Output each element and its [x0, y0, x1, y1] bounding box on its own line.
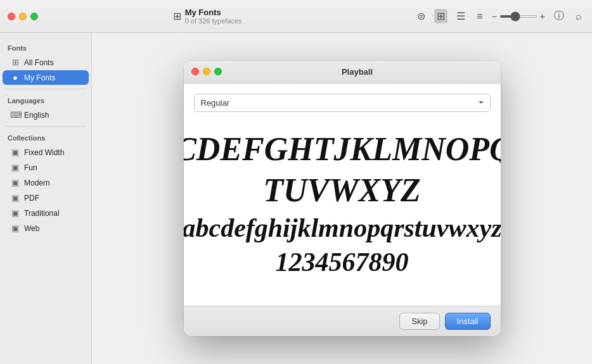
sidebar-item-modern[interactable]: ▣ Modern — [3, 175, 89, 190]
list-view-button[interactable]: ≡ — [474, 9, 485, 23]
font-preview: ABCDEFGHTJKLMNOPQRS TUVWXYZ abcdefghijkl… — [194, 112, 491, 296]
sidebar: Fonts ⊞ All Fonts ● My Fonts Languages ⌨… — [0, 33, 92, 364]
sidebar-item-traditional[interactable]: ▣ Traditional — [3, 206, 89, 220]
filter-button[interactable]: ⊜ — [415, 9, 428, 23]
sidebar-item-web[interactable]: ▣ Web — [3, 221, 89, 235]
traditional-label: Traditional — [24, 209, 60, 218]
modern-label: Modern — [24, 179, 50, 187]
info-button[interactable]: ⓘ — [551, 8, 567, 24]
fun-icon: ▣ — [10, 163, 20, 172]
fixed-width-label: Fixed Width — [24, 148, 64, 157]
modal-minimize-button[interactable] — [203, 68, 210, 75]
sidebar-item-english[interactable]: ⌨ English — [3, 108, 89, 122]
modal-overlay: Playball Regular ABCDEFGHTJKLMNOPQRS TUV… — [92, 33, 592, 364]
english-icon: ⌨ — [10, 110, 20, 120]
web-label: Web — [24, 224, 39, 233]
modal-body: Regular ABCDEFGHTJKLMNOPQRS TUVWXYZ abcd… — [184, 84, 501, 306]
font-install-modal: Playball Regular ABCDEFGHTJKLMNOPQRS TUV… — [184, 61, 501, 337]
traditional-icon: ▣ — [10, 208, 20, 218]
window-subtitle: 0 of 326 typefaces — [185, 17, 242, 25]
collections-section-label: Collections — [0, 130, 91, 144]
fixed-width-icon: ▣ — [10, 147, 20, 157]
modal-footer: Skip Install — [184, 306, 501, 336]
fun-label: Fun — [24, 163, 37, 172]
my-fonts-label: My Fonts — [24, 73, 55, 82]
sidebar-item-fixed-width[interactable]: ▣ Fixed Width — [3, 145, 89, 160]
slider-max-label: + — [540, 11, 545, 22]
modal-traffic-lights — [191, 68, 222, 75]
all-fonts-label: All Fonts — [24, 58, 54, 67]
sidebar-item-fun[interactable]: ▣ Fun — [3, 160, 89, 175]
web-icon: ▣ — [10, 223, 20, 233]
modal-close-button[interactable] — [191, 68, 199, 75]
modal-maximize-button[interactable] — [214, 68, 222, 75]
size-slider[interactable] — [499, 15, 537, 18]
window-title: My Fonts — [185, 8, 242, 17]
all-fonts-icon: ⊞ — [10, 58, 20, 67]
divider-1 — [5, 89, 86, 89]
skip-button[interactable]: Skip — [399, 313, 439, 330]
size-slider-container: − + — [492, 11, 545, 22]
pdf-icon: ▣ — [10, 193, 20, 203]
style-dropdown[interactable]: Regular — [194, 94, 491, 112]
preview-line-4: 1234567890 — [276, 248, 409, 277]
preview-line-3: abcdefghijklmnopqrstuvwxyz — [184, 213, 501, 242]
grid-view-button[interactable]: ⊞ — [434, 9, 447, 23]
fonts-section-label: Fonts — [0, 41, 91, 54]
modern-icon: ▣ — [10, 178, 20, 187]
titlebar-center: ⊞ My Fonts 0 of 326 typefaces — [5, 8, 409, 25]
my-fonts-icon: ● — [10, 73, 20, 82]
preview-line-2: TUVWXYZ — [263, 172, 420, 208]
english-label: English — [24, 111, 49, 120]
languages-section-label: Languages — [0, 93, 91, 107]
search-button[interactable]: ⌕ — [573, 9, 584, 23]
slider-min-label: − — [492, 11, 497, 22]
title-group: ⊞ My Fonts 0 of 326 typefaces — [173, 8, 242, 25]
sidebar-item-pdf[interactable]: ▣ PDF — [3, 191, 89, 205]
divider-2 — [5, 126, 86, 127]
toolbar-controls: ⊜ ⊞ ☰ ≡ − + ⓘ ⌕ — [415, 8, 584, 24]
pdf-label: PDF — [24, 194, 39, 203]
modal-title: Playball — [222, 67, 493, 77]
install-button[interactable]: Install — [445, 313, 491, 330]
sidebar-toggle-icon[interactable]: ⊞ — [173, 10, 181, 22]
sidebar-item-all-fonts[interactable]: ⊞ All Fonts — [3, 55, 89, 70]
preview-line-1: ABCDEFGHTJKLMNOPQRS — [184, 131, 501, 167]
content-area: Playball Regular ABCDEFGHTJKLMNOPQRS TUV… — [92, 33, 592, 364]
titlebar: ⊞ My Fonts 0 of 326 typefaces ⊜ ⊞ ☰ ≡ − … — [0, 0, 592, 33]
modal-titlebar: Playball — [184, 61, 501, 84]
columns-view-button[interactable]: ☰ — [454, 9, 468, 23]
sidebar-item-my-fonts[interactable]: ● My Fonts — [3, 70, 89, 85]
main-content: Fonts ⊞ All Fonts ● My Fonts Languages ⌨… — [0, 33, 592, 364]
